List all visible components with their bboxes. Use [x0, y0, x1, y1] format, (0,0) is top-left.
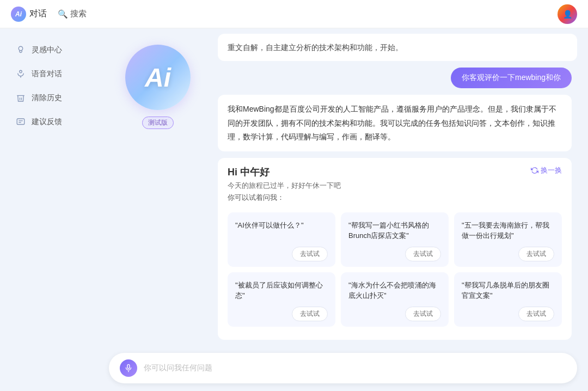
sidebar-item-voice[interactable]: 语音对话 [4, 63, 94, 85]
card-5-text: "海水为什么不会把喷涌的海底火山扑灭" [348, 280, 441, 301]
svg-point-1 [20, 70, 22, 73]
header-logo[interactable]: Ai 对话 [11, 7, 47, 22]
sidebar-label-clear: 清除历史 [32, 93, 62, 103]
card-6: "帮我写几条脱单后的朋友圈官宣文案" 去试试 [454, 272, 562, 327]
input-box: 你可以问我任何问题 [109, 353, 577, 383]
greeting-subtitle: 今天的旅程已过半，好好午休一下吧 [228, 181, 341, 191]
user-message-row: 你客观评价一下mewbing和你 [218, 68, 577, 88]
cards-row-1: "AI伙伴可以做什么？" 去试试 "帮我写一篇小红书风格的Brunch店探店文案… [228, 212, 562, 267]
refresh-icon [531, 167, 538, 174]
sidebar-item-feedback[interactable]: 建议反馈 [4, 111, 94, 133]
sidebar-item-clear[interactable]: 清除历史 [4, 87, 94, 109]
svg-rect-3 [17, 119, 24, 125]
card-4-try-button[interactable]: 去试试 [292, 307, 328, 321]
clear-icon [15, 93, 26, 103]
greeting-title: Hi 中午好 [228, 166, 341, 179]
card-3-try-button[interactable]: 去试试 [518, 247, 554, 261]
messages-panel[interactable]: 重文自解，自主建立分析的技术架构和功能，开始。 你客观评价一下mewbing和你… [218, 28, 588, 347]
cards-row-2: "被裁员了后应该如何调整心态" 去试试 "海水为什么不会把喷涌的海底火山扑灭" … [228, 272, 562, 327]
ai-badge: 测试版 [142, 117, 174, 129]
card-2-text: "帮我写一篇小红书风格的Brunch店探店文案" [348, 220, 441, 241]
refresh-button[interactable]: 换一换 [531, 166, 562, 175]
logo-text: Ai [15, 10, 22, 18]
refresh-label: 换一换 [541, 166, 562, 175]
user-avatar[interactable]: 👤 [558, 4, 577, 24]
svg-point-0 [19, 46, 23, 51]
ai-panel: Ai 测试版 [98, 28, 218, 347]
inspiration-icon [15, 45, 26, 56]
card-6-try-button[interactable]: 去试试 [518, 307, 554, 321]
card-5-try-button[interactable]: 去试试 [405, 307, 441, 321]
search-label: 搜索 [70, 9, 87, 19]
chat-area: Ai 测试版 重文自解，自主建立分析的技术架构和功能，开始。 你客观评价一下me… [98, 28, 588, 391]
feedback-icon [15, 117, 26, 127]
card-1-text: "AI伙伴可以做什么？" [235, 220, 328, 241]
mic-button[interactable] [120, 359, 137, 377]
sidebar-label-inspiration: 灵感中心 [32, 45, 62, 55]
ai-avatar: Ai [125, 45, 191, 110]
ai-reply-text: 我和MewBing都是百度公司开发的人工智能产品，遵循服务用户的产品理念。但是，… [228, 105, 556, 140]
user-message-text: 你客观评价一下mewbing和你 [462, 73, 561, 82]
ai-logo-icon: Ai [11, 7, 26, 22]
card-2: "帮我写一篇小红书风格的Brunch店探店文案" 去试试 [341, 212, 449, 267]
header: Ai 对话 🔍 搜索 👤 [0, 0, 588, 28]
card-4: "被裁员了后应该如何调整心态" 去试试 [228, 272, 335, 327]
input-area: 你可以问我任何问题 [98, 347, 588, 391]
sidebar-label-feedback: 建议反馈 [32, 117, 62, 127]
card-1-try-button[interactable]: 去试试 [292, 247, 328, 261]
ai-reply: 我和MewBing都是百度公司开发的人工智能产品，遵循服务用户的产品理念。但是，… [218, 95, 572, 151]
card-5: "海水为什么不会把喷涌的海底火山扑灭" 去试试 [341, 272, 449, 327]
voice-icon [15, 69, 26, 80]
card-4-text: "被裁员了后应该如何调整心态" [235, 280, 328, 301]
card-6-text: "帮我写几条脱单后的朋友圈官宣文案" [462, 280, 554, 301]
suggestion-header: Hi 中午好 今天的旅程已过半，好好午休一下吧 你可以试着问我： 换一换 [228, 166, 562, 209]
card-1: "AI伙伴可以做什么？" 去试试 [228, 212, 335, 267]
search-icon: 🔍 [58, 9, 68, 19]
search-button[interactable]: 🔍 搜索 [58, 9, 87, 19]
nav-label: 对话 [29, 8, 47, 20]
input-placeholder[interactable]: 你可以问我任何问题 [144, 363, 566, 373]
card-3: "五一我要去海南旅行，帮我做一份出行规划" 去试试 [454, 212, 562, 267]
user-bubble: 你客观评价一下mewbing和你 [451, 68, 572, 88]
sidebar-item-inspiration[interactable]: 灵感中心 [4, 39, 94, 61]
sidebar-label-voice: 语音对话 [32, 69, 62, 79]
truncated-text: 重文自解，自主建立分析的技术架构和功能，开始。 [228, 43, 403, 52]
ai-avatar-text: Ai [145, 63, 171, 93]
svg-rect-6 [127, 364, 130, 368]
card-2-try-button[interactable]: 去试试 [405, 247, 441, 261]
chat-content-wrapper: Ai 测试版 重文自解，自主建立分析的技术架构和功能，开始。 你客观评价一下me… [98, 28, 588, 347]
card-3-text: "五一我要去海南旅行，帮我做一份出行规划" [462, 220, 554, 241]
suggestion-card: Hi 中午好 今天的旅程已过半，好好午休一下吧 你可以试着问我： 换一换 [218, 158, 572, 340]
main-layout: 灵感中心 语音对话 清除历史 建议反馈 [0, 28, 588, 391]
mic-icon [124, 364, 133, 372]
truncated-message: 重文自解，自主建立分析的技术架构和功能，开始。 [218, 34, 577, 61]
sidebar: 灵感中心 语音对话 清除历史 建议反馈 [0, 28, 98, 391]
suggestion-prompt: 你可以试着问我： [228, 193, 341, 203]
